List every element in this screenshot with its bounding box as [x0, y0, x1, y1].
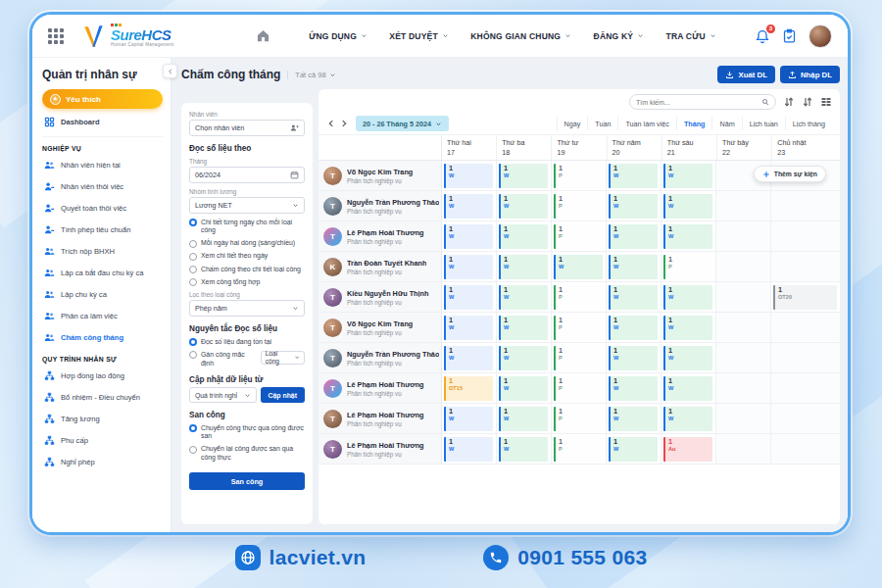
- sidebar-item-trích-nộp-bhxh[interactable]: Trích nộp BHXH: [42, 240, 163, 262]
- employee-cell[interactable]: KTrần Đoàn Tuyết KhanhPhân tích nghiệp v…: [318, 252, 442, 281]
- timesheet-entry[interactable]: 1W: [444, 285, 493, 310]
- day-cell[interactable]: 1W: [442, 252, 497, 281]
- day-cell[interactable]: 1W: [662, 221, 716, 251]
- timesheet-entry[interactable]: 1W: [444, 407, 493, 431]
- day-cell[interactable]: 1W: [662, 191, 716, 220]
- day-cell[interactable]: 1P: [552, 221, 607, 251]
- day-cell[interactable]: 1W: [442, 282, 497, 312]
- footer-website[interactable]: lacviet.vn: [235, 545, 367, 570]
- timesheet-entry[interactable]: 1W: [609, 346, 658, 370]
- day-cell[interactable]: 1P: [552, 313, 607, 342]
- timesheet-entry[interactable]: 1W: [663, 285, 712, 310]
- nav-menu-2[interactable]: KHÔNG GIAN CHUNG: [470, 31, 571, 41]
- update-source-select[interactable]: Quá trình nghỉ: [189, 387, 257, 403]
- timesheet-entry[interactable]: 1W: [499, 407, 548, 431]
- day-cell[interactable]: 1W: [497, 282, 552, 312]
- nav-menu-4[interactable]: TRA CỨU: [666, 31, 716, 41]
- timesheet-entry[interactable]: 1W: [663, 376, 712, 401]
- timesheet-entry[interactable]: 1W: [499, 346, 548, 370]
- timesheet-entry[interactable]: 1W: [609, 164, 658, 188]
- radio-unchecked[interactable]: [189, 240, 197, 248]
- sidebar-item-quyết-toán-thôi-việc[interactable]: Quyết toán thôi việc: [42, 197, 163, 219]
- period-selector[interactable]: 20 - 26 Tháng 5 2024: [356, 116, 449, 131]
- timesheet-entry[interactable]: 1W: [499, 194, 548, 219]
- read-option-1[interactable]: Mỗi ngày hai dòng (sáng/chiều): [189, 239, 305, 248]
- day-cell[interactable]: 1W: [442, 313, 497, 342]
- day-cell[interactable]: 1W: [497, 252, 552, 281]
- day-cell[interactable]: 1W: [662, 282, 716, 312]
- timesheet-entry[interactable]: 1W: [499, 224, 548, 249]
- day-cell[interactable]: [716, 191, 771, 220]
- day-cell[interactable]: [771, 434, 840, 464]
- employee-cell[interactable]: TNguyễn Trần Phương ThảoPhân tích nghiệp…: [318, 343, 442, 372]
- sidebar-item-phân-ca-làm-việc[interactable]: Phân ca làm việc: [42, 305, 163, 326]
- default-type-select[interactable]: Loại công: [261, 351, 305, 365]
- radio-checked[interactable]: [189, 338, 197, 346]
- sidebar-item-dashboard[interactable]: Dashboard: [42, 109, 163, 137]
- timesheet-entry[interactable]: 1W: [663, 164, 712, 188]
- sidebar-item-lập-ca-bắt-đầu-chu-kỳ-ca[interactable]: Lập ca bắt đầu chu kỳ ca: [42, 262, 163, 283]
- day-cell[interactable]: 1W: [442, 343, 497, 372]
- day-cell[interactable]: 1W: [662, 373, 716, 403]
- nav-menu-3[interactable]: ĐĂNG KÝ: [594, 31, 645, 41]
- timesheet-entry[interactable]: 1W: [499, 437, 548, 462]
- day-cell[interactable]: 1OT20: [771, 282, 840, 312]
- sidebar-item-nhân-viên-thôi-việc[interactable]: Nhân viên thôi việc: [42, 175, 163, 197]
- day-cell[interactable]: [716, 313, 771, 342]
- day-cell[interactable]: 1W: [607, 343, 662, 372]
- view-tab-3[interactable]: Tháng: [676, 117, 712, 130]
- timesheet-entry[interactable]: 1P: [554, 194, 603, 219]
- radio-unchecked[interactable]: [189, 278, 197, 286]
- timesheet-entry[interactable]: 1P: [554, 164, 603, 188]
- day-cell[interactable]: 1W: [607, 404, 662, 433]
- search-input[interactable]: [636, 99, 758, 106]
- user-avatar[interactable]: [808, 24, 832, 48]
- san-option-1[interactable]: Chuyển lại công được san qua công thực: [189, 445, 305, 462]
- day-cell[interactable]: 1W: [607, 221, 662, 251]
- day-cell[interactable]: 1P: [552, 434, 607, 464]
- day-cell[interactable]: 1W: [497, 191, 552, 220]
- day-cell[interactable]: [716, 282, 771, 312]
- day-cell[interactable]: 1W: [442, 161, 497, 190]
- day-cell[interactable]: [771, 313, 840, 342]
- day-cell[interactable]: [716, 252, 771, 281]
- timesheet-entry[interactable]: 1W: [663, 407, 712, 431]
- day-cell[interactable]: 1W: [497, 313, 552, 342]
- timesheet-entry[interactable]: 1W: [663, 224, 712, 249]
- filter-all-dropdown[interactable]: Tất cả 98: [287, 71, 335, 79]
- timesheet-entry[interactable]: 1W: [499, 316, 548, 340]
- day-cell[interactable]: 1W: [497, 343, 552, 372]
- sidebar-collapse-button[interactable]: [163, 64, 177, 78]
- nav-menu-0[interactable]: ỨNG DỤNG: [309, 31, 368, 41]
- day-cell[interactable]: [771, 221, 840, 251]
- timesheet-entry[interactable]: 1P: [554, 285, 603, 310]
- radio-unchecked[interactable]: [189, 253, 197, 261]
- brand-logo[interactable]: SureHCS Human Capital Management: [81, 24, 199, 49]
- timesheet-entry[interactable]: 1P: [554, 407, 603, 431]
- view-tab-6[interactable]: Lịch tháng: [785, 117, 832, 130]
- day-cell[interactable]: 1W: [662, 404, 716, 433]
- day-cell[interactable]: 1OT15: [442, 373, 497, 403]
- timesheet-entry[interactable]: 1W: [444, 255, 493, 279]
- timesheet-entry[interactable]: 1W: [554, 255, 603, 279]
- view-tab-1[interactable]: Tuần: [587, 117, 617, 130]
- day-cell[interactable]: [771, 252, 840, 281]
- day-cell[interactable]: 1W: [442, 191, 497, 220]
- sort-desc-icon[interactable]: [802, 96, 813, 108]
- day-cell[interactable]: 1W: [497, 373, 552, 403]
- sidebar-item-hợp-đồng-lao-động[interactable]: Hợp đồng lao động: [42, 365, 163, 386]
- day-cell[interactable]: 1P: [552, 161, 607, 190]
- employee-cell[interactable]: TNguyễn Trần Phương ThảoPhân tích nghiệp…: [318, 191, 442, 220]
- sidebar-item-tăng-lương[interactable]: Tăng lương: [42, 408, 163, 429]
- app-launcher-icon[interactable]: [48, 28, 64, 44]
- sidebar-favorites[interactable]: ★ Yêu thích: [42, 89, 163, 109]
- read-option-2[interactable]: Xem chi tiết theo ngày: [189, 252, 305, 261]
- day-cell[interactable]: 1W: [607, 373, 662, 403]
- day-cell[interactable]: 1W: [442, 434, 497, 464]
- day-cell[interactable]: 1W: [497, 404, 552, 433]
- san-option-0[interactable]: Chuyển công thực qua công được san: [189, 424, 305, 441]
- read-option-3[interactable]: Chấm công theo chi tiết loại công: [189, 266, 305, 274]
- day-cell[interactable]: 1W: [607, 252, 662, 281]
- employee-select[interactable]: Chọn nhân viên: [189, 120, 305, 136]
- day-cell[interactable]: [771, 191, 840, 220]
